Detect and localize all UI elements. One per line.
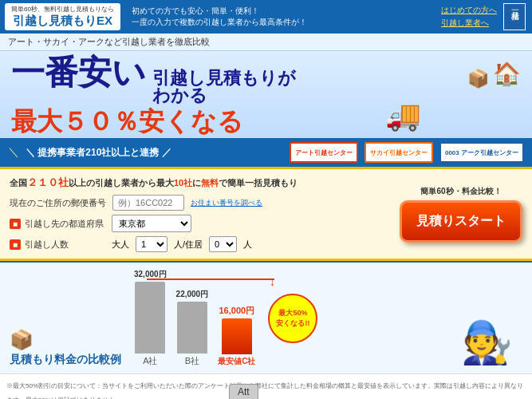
partners-bar: ＼ ＼ 提携事業者210社以上と連携 ／ アート引越センター サカイ引越センター… (0, 138, 532, 167)
header-tab-right: 一括見積り (503, 3, 526, 30)
partner-logo-art: アート引越センター (290, 142, 358, 163)
bar-company-b: B社 (185, 355, 199, 367)
price-section: 📦 見積もり料金の比較例 ↓ 32,000円 A社 22,000円 B社 16,… (0, 261, 532, 373)
partner-logo-sakai: サカイ引越センター (365, 142, 433, 163)
form-section: 全国２１０社以上の引越し業者から最大10社に無料で簡単一括見積もり 現在のご住所… (0, 167, 532, 261)
partners-text: ＼ 提携事業者210社以上と連携 ／ (26, 146, 283, 160)
price-right: 🧑‍🔧 (451, 318, 522, 367)
hero-line1: 一番安い 引越し見積もりがわかる (11, 56, 377, 105)
bar-c (222, 318, 252, 354)
bar-group-a: 32,000円 A社 (134, 269, 167, 367)
hero-ichiban: 一番安い (11, 56, 146, 89)
bar-company-a: A社 (143, 355, 157, 367)
start-button[interactable]: 見積りスタート (400, 200, 522, 242)
nav-estimate-guide[interactable]: 引越し業者へ (441, 18, 497, 29)
adult-unit: 人/住居 (174, 239, 203, 251)
bar-a (135, 282, 165, 354)
header-logo-main: 引越し見積もりEX (13, 14, 112, 29)
form-row-destination: ■引越し先の都道府県 東京都 (10, 215, 392, 232)
footer-note-text: ※最大50%割引の目安について：当サイトをご利用いただいた際のアンケート結果から… (6, 382, 523, 399)
price-chart: ↓ 32,000円 A社 22,000円 B社 16,000円 最安値C社 最大… (128, 269, 444, 367)
bar-label-top-c: 16,000円 (219, 305, 254, 317)
partner-logo-arc: 0003 アーク引越センター (439, 142, 524, 163)
bar-label-top-b: 22,000円 (176, 289, 209, 300)
price-title: 見積もり料金の比較例 (10, 353, 121, 367)
nav-first-time[interactable]: はじめての方へ (441, 5, 497, 16)
savings-badge: 最大50% 安くなる!! (268, 294, 317, 343)
postal-lookup-link[interactable]: お住まい番号を調べる (191, 198, 262, 208)
hero-section: 一番安い 引越し見積もりがわかる 最大５０％安くなる 🚚 🏠 📦 (0, 51, 532, 138)
bar-group-b: 22,000円 B社 (176, 289, 209, 367)
partners-arrow: ＼ (8, 145, 19, 160)
header-info: 初めての方でも安心・簡単・便利！ 一度の入力で複数の引越し業者から最高条件が！ (128, 3, 441, 30)
header-logo-small: 簡単60秒、無料引越し見積もりなら (11, 5, 114, 14)
hero-illustration: 🚚 🏠 📦 (377, 61, 521, 132)
hero-mitsumori: 引越し見積もりがわかる (152, 69, 296, 105)
arrow-line (147, 279, 274, 280)
header-tagline2: 一度の入力で複数の引越し業者から最高条件が！ (132, 17, 441, 28)
header-nav: はじめての方へ 引越し業者へ (441, 3, 497, 30)
form-row-postal: 現在のご住所の郵便番号 お住まい番号を調べる (10, 195, 392, 211)
form-row-people: ■引越し人数 大人 1 人/住居 0 人 (10, 236, 392, 252)
bar-company-c: 最安値C社 (218, 356, 255, 367)
postal-label: 現在のご住所の郵便番号 (10, 197, 106, 209)
button-caption: 簡単60秒・料金比較！ (420, 186, 501, 197)
header: 簡単60秒、無料引越し見積もりなら 引越し見積もりEX 初めての方でも安心・簡単… (0, 0, 532, 34)
footer-note: ※最大50%割引の目安について：当サイトをご利用いただいた際のアンケート結果から… (0, 373, 532, 399)
bottom-tab-label: Att (238, 386, 250, 397)
bar-b (177, 302, 207, 354)
people-label: ■引越し人数 (10, 239, 105, 251)
header-logo-block: 簡単60秒、無料引越し見積もりなら 引越し見積もりEX (5, 3, 120, 30)
form-right: 簡単60秒・料金比較！ 見積りスタート (400, 186, 522, 242)
destination-label: ■引越し先の都道府県 (10, 218, 105, 230)
child-select[interactable]: 0 (209, 236, 237, 252)
sub-header-text: アート・サカイ・アークなど引越し業者を徹底比較 (8, 37, 210, 46)
sub-header: アート・サカイ・アークなど引越し業者を徹底比較 (0, 34, 532, 51)
bottom-tab[interactable]: Att (229, 384, 258, 399)
form-section-title: 全国２１０社以上の引越し業者から最大10社に無料で簡単一括見積もり (10, 176, 392, 190)
child-unit: 人 (243, 239, 252, 251)
hero-text: 一番安い 引越し見積もりがわかる 最大５０％安くなる (11, 56, 377, 136)
adult-select[interactable]: 1 (136, 236, 167, 252)
form-left: 全国２１０社以上の引越し業者から最大10社に無料で簡単一括見積もり 現在のご住所… (10, 176, 392, 252)
bar-group-c: 16,000円 最安値C社 (218, 305, 255, 367)
header-tagline1: 初めての方でも安心・簡単・便利！ (132, 6, 441, 17)
hero-line3: 最大５０％安くなる (11, 106, 377, 136)
postal-input[interactable] (112, 195, 184, 211)
adult-label: 大人 (112, 239, 129, 251)
price-left-block: 📦 見積もり料金の比較例 (10, 329, 121, 367)
destination-select[interactable]: 東京都 (112, 215, 191, 232)
